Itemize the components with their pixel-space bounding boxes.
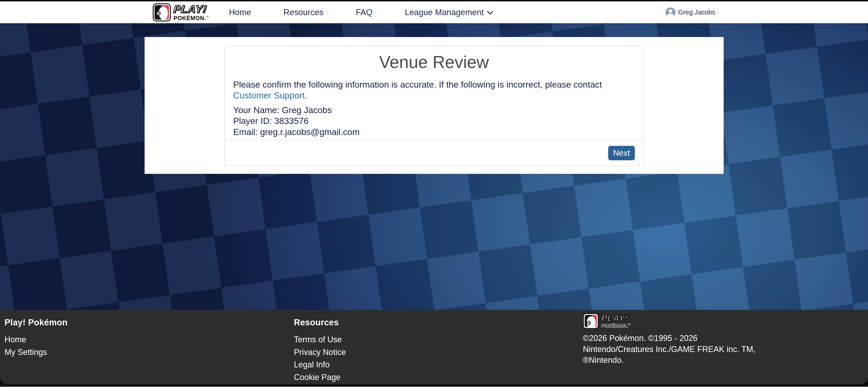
brand-play-text: PLAY!	[601, 314, 631, 322]
main-nav: Home Resources FAQ League Management	[229, 8, 493, 17]
nav-link-resources[interactable]: Resources	[283, 8, 323, 17]
player-id-line: Player ID: 3833576	[233, 116, 635, 127]
footer-column-play-pokemon: Play! Pokémon Home My Settings	[4, 318, 67, 359]
venue-review-panel: Venue Review Please confirm the followin…	[224, 46, 644, 166]
footer-link-legal-info[interactable]: Legal Info	[294, 360, 330, 369]
footer-heading: Play! Pokémon	[4, 318, 67, 327]
nav-link-league-management[interactable]: League Management	[405, 8, 493, 17]
brand-pokemon-text: POKÉMON.™	[601, 323, 631, 328]
footer-play-pokemon-logo: PLAY! POKÉMON.™	[583, 313, 755, 329]
footer-link-terms-of-use[interactable]: Terms of Use	[294, 335, 342, 344]
checkered-background: Venue Review Please confirm the followin…	[0, 23, 868, 310]
confirmation-text: Please confirm the following information…	[233, 79, 635, 101]
brand-pokemon-text: POKÉMON.™	[174, 15, 209, 21]
play-pokemon-logo-icon	[583, 313, 599, 329]
panel-footer: Next	[224, 140, 644, 165]
site-footer: Play! Pokémon Home My Settings Resources…	[0, 310, 868, 384]
chevron-down-icon	[487, 11, 493, 15]
bottom-edge	[0, 384, 868, 387]
page-title: Venue Review	[233, 53, 635, 72]
next-button[interactable]: Next	[608, 146, 635, 160]
brand-play-text: PLAY!	[173, 4, 210, 14]
nav-link-home[interactable]: Home	[229, 8, 251, 17]
play-pokemon-logo[interactable]: PLAY! POKÉMON.™	[153, 3, 209, 22]
footer-heading: Resources	[294, 318, 353, 327]
customer-support-link[interactable]: Customer Support	[233, 91, 305, 100]
play-pokemon-logo-icon	[153, 3, 171, 22]
nav-link-faq[interactable]: FAQ	[356, 8, 373, 17]
trademark-symbol: ™	[628, 323, 631, 326]
navbar: PLAY! POKÉMON.™ Home Resources FAQ Leagu…	[0, 1, 868, 23]
content-card: Venue Review Please confirm the followin…	[145, 37, 724, 174]
player-email-line: Email: greg.r.jacobs@gmail.com	[233, 127, 635, 138]
user-name: Greg Jacobs	[678, 8, 715, 16]
footer-link-privacy-notice[interactable]: Privacy Notice	[294, 348, 346, 357]
footer-column-resources: Resources Terms of Use Privacy Notice Le…	[294, 318, 353, 387]
trademark-symbol: ™	[206, 15, 209, 19]
footer-link-cookie-page[interactable]: Cookie Page	[294, 373, 340, 382]
footer-area: Play! Pokémon Home My Settings Resources…	[0, 310, 868, 387]
footer-link-home[interactable]: Home	[4, 335, 26, 344]
copyright-text: ©2026 Pokémon. ©1995 - 2026 Nintendo/Cre…	[583, 333, 755, 366]
player-info: Your Name: Greg Jacobs Player ID: 383357…	[233, 105, 635, 138]
user-menu[interactable]: Greg Jacobs	[665, 7, 715, 18]
user-avatar-icon	[665, 7, 676, 18]
footer-column-brand: PLAY! POKÉMON.™ ©2026 Pokémon. ©1995 - 2…	[583, 313, 755, 366]
footer-link-my-settings[interactable]: My Settings	[4, 348, 47, 357]
player-name-line: Your Name: Greg Jacobs	[233, 105, 635, 116]
